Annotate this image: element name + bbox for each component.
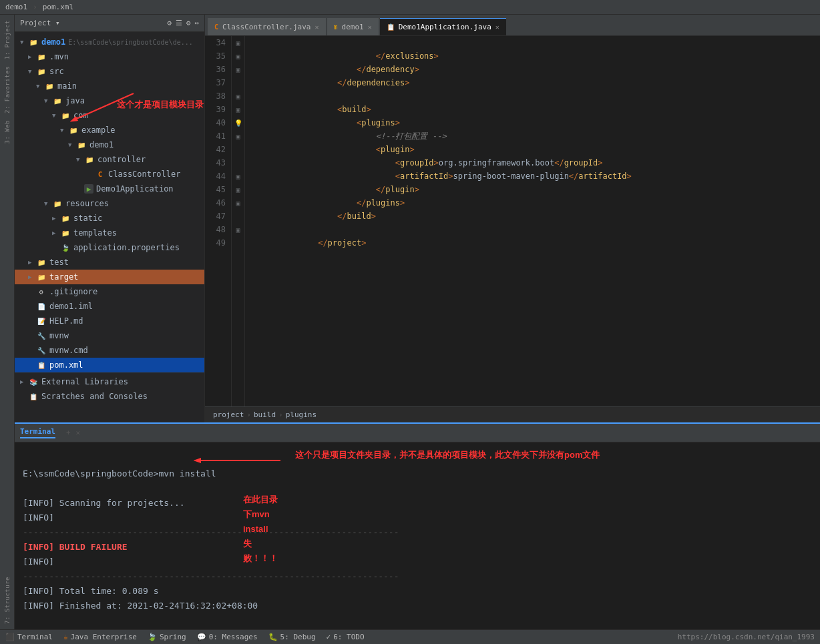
panel-web[interactable]: 3: Web — [3, 117, 12, 147]
tab-demo1[interactable]: m demo1 ✕ — [327, 18, 379, 35]
left-icons-bar: 1: Project 2: Favorites 3: Web 7: Struct… — [0, 15, 15, 629]
sidebar-icon-expand[interactable]: ↔ — [194, 19, 199, 27]
tree-item-iml[interactable]: ▶ 📄 demo1.iml — [15, 299, 204, 314]
tree-label-demo1pkg: demo1 — [89, 140, 114, 149]
tree-item-scratches[interactable]: ▶ 📋 Scratches and Consoles — [15, 389, 204, 404]
tree-label-src: src — [49, 67, 64, 76]
linenum-41: 41 — [210, 129, 226, 143]
gutter-36: ▣ — [232, 63, 244, 76]
tree-item-classcontroller[interactable]: ▶ C ClassController — [15, 167, 204, 182]
tree-item-example[interactable]: ▼ 📁 example — [15, 123, 204, 137]
status-messages[interactable]: 💬 0: Messages — [197, 633, 258, 641]
tree-item-java[interactable]: ▼ 📁 java — [15, 93, 204, 108]
gutter-48: ▣ — [232, 223, 244, 236]
tree-item-main[interactable]: ▼ 📁 main — [15, 79, 204, 93]
tree-item-gitignore[interactable]: ▶ ⚙ .gitignore — [15, 284, 204, 299]
tree-label-pomxml: pom.xml — [49, 360, 83, 370]
panel-structure[interactable]: 7: Structure — [3, 574, 12, 627]
tree-item-target[interactable]: ▶ 📁 target — [15, 270, 204, 284]
tree-item-templates[interactable]: ▶ 📁 templates — [15, 226, 204, 240]
panel-project[interactable]: 1: Project — [3, 17, 12, 62]
status-java-label: Java Enterprise — [71, 633, 137, 641]
terminal-line-totaltime: [INFO] Total time: 0.089 s — [23, 584, 812, 599]
terminal-tab[interactable]: Terminal — [20, 427, 55, 438]
editor-tabs: C ClassController.java ✕ m demo1 ✕ 📋 Dem… — [205, 15, 820, 36]
folder-icon-demo1pkg: 📁 — [76, 139, 87, 150]
linenum-42: 42 — [210, 143, 226, 156]
tree-label-target: target — [49, 272, 78, 282]
properties-icon: 🍃 — [60, 242, 71, 253]
arrow-controller: ▼ — [76, 156, 84, 163]
linenum-38: 38 — [210, 89, 226, 103]
file-tree: ▼ 📁 demo1 E:\ssmCode\springbootCode\de..… — [15, 32, 204, 422]
sidebar: Project ▾ ⚙ ☰ ⚙ ↔ ▼ 📁 demo1 — [15, 15, 205, 422]
tree-item-com[interactable]: ▼ 📁 com — [15, 108, 204, 123]
tree-item-mvnwcmd[interactable]: ▶ 🔧 mvnw.cmd — [15, 343, 204, 358]
status-java-enterprise[interactable]: ☕ Java Enterprise — [63, 633, 137, 641]
terminal-header-icon-plus[interactable]: + — [66, 428, 71, 437]
tree-label-java: java — [65, 96, 85, 105]
tree-item-mvnw[interactable]: ▶ 🔧 mvnw — [15, 328, 204, 343]
tree-label-controller: controller — [97, 155, 146, 164]
tree-item-src[interactable]: ▼ 📁 src — [15, 64, 204, 79]
arrow-static: ▶ — [52, 215, 60, 222]
linenum-48: 48 — [210, 223, 226, 236]
tree-label-gitignore: .gitignore — [49, 287, 97, 296]
arrow-test: ▶ — [28, 259, 36, 266]
gutter-34: ▣ — [232, 36, 244, 49]
status-terminal-icon: ⬛ — [5, 633, 15, 641]
folder-icon-src: 📁 — [36, 66, 47, 77]
gutter-42 — [232, 143, 244, 156]
tab-classcontroller[interactable]: C ClassController.java ✕ — [208, 18, 326, 35]
iml-icon: 📄 — [36, 301, 47, 312]
status-debug[interactable]: 🐛 5: Debug — [268, 633, 316, 641]
tree-label-main: main — [57, 81, 77, 91]
panel-favorites[interactable]: 2: Favorites — [3, 63, 12, 116]
sidebar-title: Project ▾ — [20, 19, 60, 27]
folder-icon-static: 📁 — [60, 213, 71, 224]
tab-label-demo1app: Demo1Application.java — [399, 23, 491, 31]
tab-close-classcontroller[interactable]: ✕ — [315, 23, 319, 31]
tree-label-test: test — [49, 258, 69, 267]
breadcrumb: project › build › plugins — [205, 406, 820, 422]
tab-icon-demo1: m — [334, 23, 338, 31]
arrow-mvn: ▶ — [28, 53, 36, 60]
tree-item-demo1pkg[interactable]: ▼ 📁 demo1 — [15, 137, 204, 152]
tree-item-test[interactable]: ▶ 📁 test — [15, 255, 204, 270]
folder-icon-test: 📁 — [36, 257, 47, 268]
tab-close-demo1app[interactable]: ✕ — [495, 23, 499, 31]
status-todo[interactable]: ✓ 6: TODO — [327, 633, 365, 641]
tree-label-example: example — [81, 125, 116, 135]
tree-item-demo1[interactable]: ▼ 📁 demo1 E:\ssmCode\springbootCode\de..… — [15, 35, 204, 49]
tab-close-demo1[interactable]: ✕ — [368, 23, 372, 31]
status-messages-icon: 💬 — [197, 633, 206, 641]
java-icon-classcontroller: C — [95, 169, 106, 180]
terminal-line-separator2: ----------------------------------------… — [23, 569, 812, 584]
tree-item-static[interactable]: ▶ 📁 static — [15, 211, 204, 226]
terminal-header-icon-close[interactable]: ✕ — [76, 428, 81, 437]
status-spring[interactable]: 🍃 Spring — [148, 633, 186, 641]
tab-demo1app[interactable]: 📋 Demo1Application.java ✕ — [380, 18, 506, 35]
tree-label-scratches: Scratches and Consoles — [41, 392, 148, 401]
linenum-36: 36 — [210, 63, 226, 76]
sidebar-icon-settings[interactable]: ⚙ — [167, 19, 172, 27]
arrow-com: ▼ — [52, 112, 60, 119]
status-terminal[interactable]: ⬛ Terminal — [5, 633, 53, 641]
tree-item-resources[interactable]: ▼ 📁 resources — [15, 196, 204, 211]
tree-item-mvn[interactable]: ▶ 📁 .mvn — [15, 49, 204, 64]
breadcrumb-build: build — [254, 410, 276, 419]
tab-label-demo1: demo1 — [342, 23, 364, 31]
tree-item-demo1app[interactable]: ▶ ▶ Demo1Application — [15, 182, 204, 196]
tree-item-pomxml[interactable]: ▶ 📋 pom.xml — [15, 358, 204, 372]
tree-item-application[interactable]: ▶ 🍃 application.properties — [15, 240, 204, 255]
tree-item-external[interactable]: ▶ 📚 External Libraries — [15, 374, 204, 389]
sidebar-icon-gear[interactable]: ☰ — [176, 19, 182, 27]
tree-label-classcontroller: ClassController — [108, 170, 180, 179]
tree-item-helpmd[interactable]: ▶ 📝 HELP.md — [15, 314, 204, 328]
breadcrumb-sep1: › — [246, 410, 251, 419]
git-icon: ⚙ — [36, 286, 47, 297]
tree-item-controller[interactable]: ▼ 📁 controller — [15, 152, 204, 167]
sidebar-icon-config[interactable]: ⚙ — [186, 19, 191, 27]
md-icon: 📝 — [36, 316, 47, 326]
mvnw-icon: 🔧 — [36, 330, 47, 341]
